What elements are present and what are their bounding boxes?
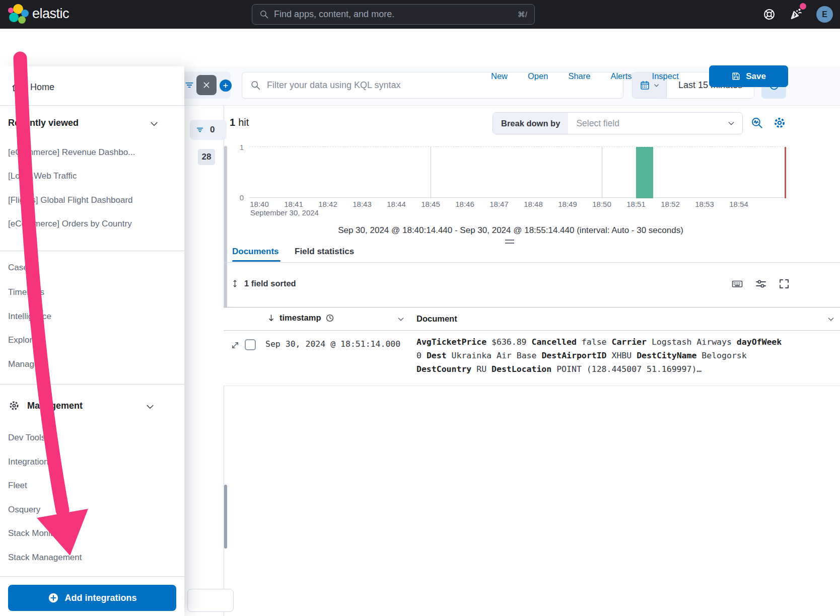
x-tick: 18:53 [688,200,721,208]
nav-scrollbar[interactable] [224,485,227,549]
nav-item-dev-tools[interactable]: Dev Tools [8,433,45,443]
gear-icon [8,400,20,412]
document-count-badge: 28 [198,149,215,165]
add-integrations-button[interactable]: Add integrations [8,585,176,611]
chart-options-icon[interactable] [750,116,763,131]
x-tick: 18:42 [312,200,344,208]
breakdown-placeholder[interactable]: Select field [568,113,727,134]
x-tick: 18:48 [517,200,549,208]
global-header: elastic ⌘/ E [0,0,840,29]
x-axis-date-label: September 30, 2024 [250,208,319,217]
active-tab-underline [232,260,281,262]
filter-icon [196,126,204,134]
histogram-bar-1851[interactable] [636,147,653,198]
global-search[interactable]: ⌘/ [252,4,535,25]
elastic-discover-screen: elastic ⌘/ E D Discover New Open Share A… [0,0,840,616]
sort-updown-icon [231,279,239,288]
x-tick: 18:45 [414,200,447,208]
nav-item-cases[interactable]: Cases [8,263,32,273]
row-timestamp: Sep 30, 2024 @ 18:51:14.000 [265,339,400,349]
chevron-down-icon[interactable] [397,315,405,323]
search-shortcut: ⌘/ [518,10,527,19]
add-filter-button[interactable] [220,80,232,92]
row-checkbox[interactable] [245,339,256,350]
expand-document-icon[interactable] [231,341,240,351]
search-icon [259,10,269,19]
column-header-document[interactable]: Document [416,314,457,324]
x-tick: 18:51 [620,200,652,208]
row-document-summary: AvgTicketPrice $636.89 Cancelled false C… [416,335,788,376]
nav-item-intelligence[interactable]: Intelligence [8,312,51,322]
news-feed-button[interactable] [789,7,803,23]
nav-item-integrations[interactable]: Integrations [8,457,53,467]
help-icon[interactable] [762,8,776,21]
histogram-settings-gear-icon[interactable] [773,116,787,131]
nav-item-recent-1[interactable]: [Logs] Web Traffic [8,171,77,181]
grid-header: timestamp Document [224,307,840,330]
breakdown-label: Break down by [493,113,568,134]
tab-documents[interactable]: Documents [232,247,279,257]
sort-summary[interactable]: 1 field sorted [231,279,296,288]
nav-item-stack-management[interactable]: Stack Management [8,553,82,563]
filter-controls [177,71,231,99]
nav-item-explore[interactable]: Explore [8,335,37,345]
nav-item-home[interactable]: Home [0,75,184,99]
management-section-header[interactable]: Management [8,400,83,412]
keyboard-shortcuts-icon[interactable] [731,278,743,291]
x-tick: 18:40 [243,200,275,208]
recently-viewed-header[interactable]: Recently viewed [8,118,79,128]
sort-desc-arrow-icon [267,314,275,322]
histogram-plot[interactable] [249,146,786,198]
display-options-icon[interactable] [755,278,767,291]
nav-item-manage[interactable]: Manage [8,359,39,369]
nav-item-recent-2[interactable]: [Flights] Global Flight Dashboard [8,195,133,205]
nav-item-stack-monitoring[interactable]: Stack Monitoring [8,528,72,538]
clock-icon [325,314,334,323]
x-tick: 18:41 [277,200,310,208]
app-toolbar: D Discover New Open Share Alerts Inspect… [0,29,840,66]
chevron-down-icon[interactable] [827,315,835,323]
new-button[interactable]: New [491,71,508,81]
fullscreen-icon[interactable] [778,278,790,291]
partially-hidden-control [187,589,234,612]
tab-field-statistics[interactable]: Field statistics [295,247,354,257]
filter-icon [184,80,194,90]
x-tick: 18:46 [449,200,481,208]
search-icon [250,80,261,91]
notification-dot [800,3,806,10]
table-row[interactable]: Sep 30, 2024 @ 18:51:14.000 AvgTicketPri… [224,331,840,386]
home-icon [11,82,22,93]
toolbar-actions: New Open Share Alerts Inspect [491,57,679,95]
share-button[interactable]: Share [568,71,590,81]
save-button[interactable]: Save [709,65,788,87]
current-time-marker [785,147,786,198]
open-button[interactable]: Open [528,71,548,81]
alerts-button[interactable]: Alerts [610,71,632,81]
plus-circle-icon [48,592,59,603]
gridline-1845 [431,147,431,198]
chevron-down-icon[interactable] [149,119,159,129]
global-search-input[interactable] [274,9,518,20]
nav-item-recent-3[interactable]: [eCommerce] Orders by Country [8,219,132,229]
nav-item-timelines[interactable]: Timelines [8,287,44,297]
nav-item-recent-0[interactable]: [eCommerce] Revenue Dashbo... [8,147,135,158]
save-icon [731,71,741,81]
chevron-down-icon[interactable] [145,402,155,412]
x-tick: 18:49 [551,200,584,208]
elastic-logo [8,4,29,25]
x-tick: 18:43 [346,200,378,208]
gridline-1850 [602,147,602,198]
field-filter-count[interactable]: 0 [190,120,227,140]
resize-handle[interactable] [505,240,514,244]
user-avatar[interactable]: E [816,6,833,23]
breakdown-select[interactable]: Break down by Select field [493,112,743,134]
hit-count: 1hit [230,117,249,128]
nav-item-osquery[interactable]: Osquery [8,505,40,515]
inspect-button[interactable]: Inspect [652,71,679,81]
y-axis-tick-min: 0 [228,193,244,202]
x-tick: 18:44 [380,200,412,208]
x-tick: 18:50 [586,200,618,208]
column-header-timestamp[interactable]: timestamp [267,313,334,323]
nav-item-fleet[interactable]: Fleet [8,481,27,491]
close-icon[interactable] [196,75,217,95]
